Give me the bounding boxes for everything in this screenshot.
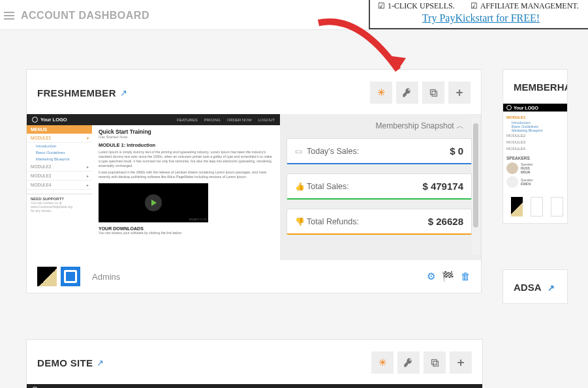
preview-sub-blueprint: Marketing Blueprint (27, 156, 92, 162)
preview-module1: MODULE1▾ (27, 134, 92, 143)
site-card-freshmember: FRESHMEMBER ↗ ✳ + (26, 69, 482, 293)
preview-para1: Lorem Ipsum is simply dummy text of the … (99, 150, 273, 168)
preview-quickstart-title: Quick Start Training (99, 128, 273, 135)
preview-nav: FEATURES PRICING ORDER NOW LOGOUT (177, 118, 275, 122)
nav-logout: LOGOUT (258, 118, 275, 122)
thumbs-down-icon: 👎 (295, 217, 307, 226)
stat-label-refunds: Total Refunds: (307, 217, 359, 226)
preview-module2: MODULE2▸ (27, 162, 92, 172)
card-title: FRESHMEMBER (37, 87, 116, 98)
key-icon (402, 87, 412, 98)
card-header: FRESHMEMBER ↗ ✳ + (27, 70, 481, 114)
promo-cta-link[interactable]: Try PayKickstart for FREE! (378, 12, 584, 24)
integrations-button[interactable]: ✳ (370, 82, 392, 104)
admins-label: Admins (92, 272, 120, 282)
membership-snapshot-panel: Membership Snapshot ︿ ▭ Today's Sales: $… (280, 114, 481, 260)
chevron-up-icon: ︿ (456, 121, 464, 130)
play-icon (145, 194, 162, 211)
preview-sub-intro: Introduction (27, 143, 92, 149)
page-title: ACCOUNT DASHBOARD (21, 10, 149, 22)
duplicate-button[interactable] (422, 82, 444, 104)
card-footer (503, 190, 567, 223)
hamburger-menu-icon[interactable] (4, 15, 14, 16)
stat-total-refunds: 👎 Total Refunds: $ 26628 (286, 209, 472, 235)
key-button[interactable] (396, 82, 418, 104)
svg-rect-4 (431, 359, 437, 365)
copy-icon (430, 358, 440, 368)
preview-para2: It was popularised in the 1960s with the… (99, 170, 273, 179)
preview-video-thumbnail: ENVATO TUTS (99, 183, 208, 222)
preview-logo: Your LOGO (40, 117, 67, 123)
promo-item-affiliate: AFFILIATE MANAGEMENT. (471, 1, 579, 11)
key-icon (403, 357, 414, 368)
preview-module1: MODULE1 (506, 114, 565, 121)
svg-rect-1 (432, 91, 437, 97)
money-icon: ▭ (295, 147, 307, 156)
stat-label-today: Today's Sales: (307, 147, 359, 156)
preview-module-heading: MODULE 1: Introduction (99, 142, 273, 148)
preview-speaker-1: SpeakerRUSSBRUN (506, 162, 565, 174)
snapshot-header[interactable]: Membership Snapshot ︿ (286, 118, 472, 138)
logo-ring-icon (506, 105, 512, 110)
card-title: DEMO SITE (37, 357, 93, 368)
preview-speaker-2: SpeakerEWEN (506, 176, 565, 188)
site-card-memberhack: MEMBERHACK Your LOGO MODULE1 Introductio… (503, 69, 568, 224)
preview-module3: MODULE3▸ (27, 172, 92, 181)
card-title: MEMBERHACK (503, 70, 567, 103)
snapshot-scrollbar[interactable] (472, 118, 480, 255)
key-button[interactable] (397, 351, 420, 374)
card-header: DEMO SITE ↗ ✳ + (27, 340, 482, 384)
preview-logo: Your LOGO (514, 106, 538, 110)
dashboard-icon[interactable]: 🏁 (442, 271, 454, 282)
nav-order: ORDER NOW (227, 118, 252, 122)
card-title: ADSA ↗ (503, 270, 567, 303)
preview-support-t3: for any issues... (31, 209, 88, 213)
preview-sub-guidelines: Basic Guidelines (27, 149, 92, 156)
stat-value-today: $ 0 (450, 145, 463, 157)
integrations-button[interactable]: ✳ (371, 351, 394, 374)
logo-ring-icon (32, 117, 38, 123)
trash-icon[interactable]: 🗑 (461, 271, 471, 282)
nav-pricing: PRICING (204, 118, 221, 122)
stat-label-total: Total Sales: (307, 182, 349, 191)
external-link-icon[interactable]: ↗ (120, 88, 127, 98)
preview-module4: MODULE4▸ (27, 181, 92, 190)
admin-avatar-1[interactable] (37, 267, 57, 286)
card-footer: Admins ⚙ 🏁 🗑 (27, 260, 481, 293)
speaker-avatar-1 (506, 162, 518, 174)
add-button[interactable]: + (448, 82, 471, 104)
stat-value-total: $ 479174 (422, 181, 463, 192)
svg-rect-2 (430, 89, 435, 95)
add-button[interactable]: + (450, 351, 472, 374)
preview-video-brand: ENVATO TUTS (189, 218, 207, 221)
external-link-icon[interactable]: ↗ (548, 283, 555, 293)
site-preview-thumbnail[interactable]: Your LOGO MODULE1 Introduction Basic Gui… (503, 103, 568, 190)
stat-todays-sales: ▭ Today's Sales: $ 0 (286, 138, 472, 164)
promo-item-upsells: 1-CLICK UPSELLS. (378, 1, 455, 11)
svg-rect-3 (433, 361, 439, 366)
promo-banner: 1-CLICK UPSELLS. AFFILIATE MANAGEMENT. T… (369, 0, 588, 29)
gear-icon[interactable]: ⚙ (427, 271, 435, 282)
admin-avatar-2[interactable] (531, 197, 543, 216)
admin-avatar-3[interactable] (551, 197, 563, 216)
stat-total-sales: 👍 Total Sales: $ 479174 (286, 173, 472, 200)
external-link-icon[interactable]: ↗ (97, 358, 104, 368)
speaker-avatar-2 (506, 176, 518, 188)
site-card-adsa: ADSA ↗ (503, 269, 568, 304)
preview-module3: MODULE3 (506, 139, 565, 145)
nav-features: FEATURES (177, 118, 198, 122)
preview-downloads-text: You can access your software by clicking… (99, 231, 273, 235)
preview-menus-header: MENUS (27, 125, 92, 134)
site-card-demosite: DEMO SITE ↗ ✳ + Your LOGO (26, 339, 483, 388)
admin-avatar-2[interactable] (61, 267, 80, 286)
copy-icon (429, 88, 439, 98)
preview-module4: MODULE4 (506, 145, 565, 152)
thumbs-up-icon: 👍 (295, 182, 307, 191)
stat-value-refunds: $ 26628 (428, 216, 463, 227)
preview-speakers-header: SPEAKERS (506, 156, 565, 160)
preview-module2: MODULE2 (506, 132, 565, 139)
admin-avatar-1[interactable] (511, 197, 523, 216)
preview-quickstart-sub: Get Started Now (99, 135, 273, 139)
duplicate-button[interactable] (424, 351, 446, 374)
site-preview-thumbnail[interactable]: Your LOGO FEATURES PRICING ORDER NOW LOG… (27, 114, 280, 260)
